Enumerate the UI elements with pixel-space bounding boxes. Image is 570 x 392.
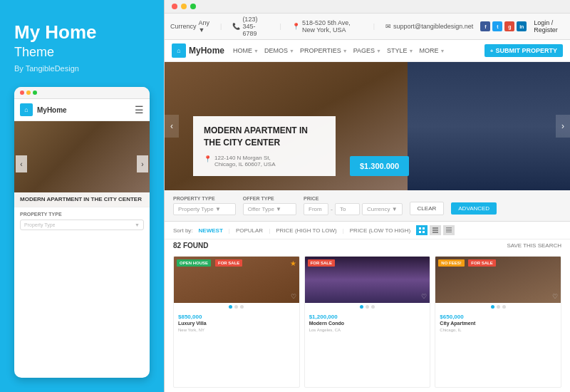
theme-subtitle: Theme	[14, 45, 150, 60]
hero-price-button[interactable]: $1.300.000	[350, 156, 409, 176]
results-count-row: 82 FOUND SAVE THIS SEARCH	[165, 239, 570, 252]
price-to-input[interactable]: To	[335, 203, 360, 215]
property-card-3: NO FEES! FOR SALE ♡ $650,000 City Apartm…	[435, 256, 561, 388]
compact-view-button[interactable]	[443, 225, 455, 235]
mobile-next-button[interactable]: ›	[137, 155, 148, 172]
hero-address-line1: 122-140 N Morgan St,	[214, 155, 276, 161]
nav-logo-text: MyHome	[189, 46, 224, 56]
svg-rect-4	[432, 227, 438, 229]
nav-demos[interactable]: DEMOS ▼	[264, 47, 294, 54]
svg-rect-5	[432, 229, 438, 231]
card-2-body: $1,200,000 Modern Condo Los Angeles, CA	[305, 311, 430, 387]
sort-newest[interactable]: NEWEST	[199, 227, 223, 234]
googleplus-icon[interactable]: g	[504, 21, 514, 31]
email-info: ✉ support@tangibledesign.net	[385, 23, 473, 30]
mobile-nav: ⌂ MyHome ☰	[14, 99, 150, 121]
currency-select[interactable]: Currency ▼	[362, 203, 403, 215]
clear-button[interactable]: CLEAR	[410, 202, 445, 215]
mobile-dots	[20, 91, 37, 95]
search-bar: PROPERTY TYPE Property Type ▼ OFFER TYPE…	[165, 190, 570, 222]
mobile-hamburger-icon[interactable]: ☰	[135, 104, 144, 115]
mobile-logo-icon: ⌂	[24, 106, 28, 113]
email-text: support@tangibledesign.net	[393, 23, 473, 30]
login-button[interactable]: Login / Register	[534, 19, 564, 33]
nav-logo[interactable]: ⌂ MyHome	[172, 43, 224, 58]
theme-title: My Home	[14, 21, 150, 43]
view-icons	[416, 225, 455, 235]
sort-popular[interactable]: POPULAR	[236, 227, 263, 234]
submit-property-button[interactable]: + SUBMIT PROPERTY	[484, 44, 563, 57]
price-from-input[interactable]: From	[304, 203, 328, 215]
theme-author: By TangibleDesign	[14, 64, 150, 73]
svg-rect-1	[423, 227, 425, 229]
desktop-window: Currency Any ▼ | 📞 (123) 345-6789 | 📍 51…	[164, 0, 570, 392]
hero-prev-button[interactable]: ‹	[165, 115, 179, 138]
favorite-star-1[interactable]: ★	[290, 259, 296, 267]
card-3-address: Chicago, IL	[440, 328, 556, 332]
svg-rect-0	[419, 227, 421, 229]
nav-properties[interactable]: PROPERTIES ▼	[300, 47, 348, 54]
sort-price-high[interactable]: PRICE (HIGH TO LOW)	[276, 227, 337, 234]
property-type-group: PROPERTY TYPE Property Type ▼	[173, 196, 236, 215]
social-icons: f t g in	[480, 21, 527, 31]
twitter-icon[interactable]: t	[492, 21, 502, 31]
card-1-address: New York, NY	[178, 328, 295, 332]
linkedin-icon[interactable]: in	[517, 21, 527, 31]
demos-chevron: ▼	[289, 48, 294, 53]
mobile-prop-select[interactable]: Property Type ▼	[20, 220, 144, 230]
offer-type-select[interactable]: Offer Type ▼	[243, 203, 296, 215]
mobile-dot-green	[33, 91, 37, 95]
mobile-caption: MODERN APARTMENT IN THE CITY CENTER	[14, 192, 150, 207]
right-panel: Currency Any ▼ | 📞 (123) 345-6789 | 📍 51…	[164, 0, 570, 392]
grid-view-button[interactable]	[416, 225, 428, 235]
title-dot-yellow	[181, 4, 187, 9]
sort-price-low[interactable]: PRICE (LOW TO HIGH)	[350, 227, 411, 234]
nav-more[interactable]: MORE ▼	[419, 47, 445, 54]
nav-logo-icon: ⌂	[172, 43, 186, 58]
property-image-3: NO FEES! FOR SALE ♡	[435, 257, 561, 303]
sort-label: Sort by:	[173, 227, 193, 234]
hero-next-button[interactable]: ›	[556, 115, 570, 138]
mobile-caption-title: MODERN APARTMENT IN THE CITY CENTER	[20, 196, 144, 203]
property-type-select[interactable]: Property Type ▼	[173, 203, 236, 215]
wishlist-heart-1[interactable]: ♡	[291, 293, 296, 300]
card-3-body: $650,000 City Apartment Chicago, IL	[435, 311, 561, 387]
wishlist-heart-2[interactable]: ♡	[421, 293, 427, 300]
nav-bar: ⌂ MyHome HOME ▼ DEMOS ▼ PROPERTIES ▼ PAG…	[165, 40, 570, 62]
currency-selector[interactable]: Currency Any ▼	[170, 19, 209, 33]
mobile-prop-placeholder: Property Type	[24, 222, 55, 227]
nav-style[interactable]: STYLE ▼	[387, 47, 413, 54]
hero-content: MODERN APARTMENT IN THE CITY CENTER 📍 12…	[193, 116, 336, 176]
svg-rect-3	[423, 231, 425, 233]
mobile-prev-button[interactable]: ‹	[16, 155, 27, 172]
price-separator: -	[331, 206, 333, 213]
property-type-label: PROPERTY TYPE	[173, 196, 236, 201]
nav-pages[interactable]: PAGES ▼	[353, 47, 381, 54]
more-chevron: ▼	[440, 48, 445, 53]
hero-bg-right	[408, 62, 570, 190]
property-image-2: FOR SALE ♡	[305, 257, 430, 303]
wishlist-heart-3[interactable]: ♡	[552, 293, 558, 300]
card-1-title: Luxury Villa	[178, 320, 295, 326]
submit-icon: +	[490, 48, 494, 54]
nav-home[interactable]: HOME ▼	[233, 47, 259, 54]
phone-info: 📞 (123) 345-6789	[232, 16, 269, 37]
advanced-button[interactable]: ADVANCED	[451, 202, 497, 215]
hero-address-line2: Chicago, IL 60607, USA	[214, 161, 276, 167]
save-search-button[interactable]: SAVE THIS SEARCH	[507, 242, 561, 249]
list-view-button[interactable]	[430, 225, 441, 235]
hero-location-icon: 📍	[204, 155, 212, 163]
title-dot-green	[190, 4, 196, 9]
for-sale-badge-2: FOR SALE	[308, 259, 335, 267]
address-info: 📍 518-520 5th Ave, New York, USA	[292, 19, 363, 33]
offer-type-group: OFFER TYPE Offer Type ▼	[243, 196, 296, 215]
price-row: From - To Currency ▼	[304, 203, 403, 215]
phone-icon: 📞	[232, 23, 240, 30]
location-icon: 📍	[292, 23, 300, 30]
price-label: PRICE	[304, 196, 403, 201]
facebook-icon[interactable]: f	[480, 21, 490, 31]
mobile-hero-image: ‹ › MODERN APARTMENT IN THE CITY CENTER	[14, 121, 150, 207]
price-group: PRICE From - To Currency ▼	[304, 196, 403, 215]
card-3-title: City Apartment	[440, 320, 556, 326]
left-panel: My Home Theme By TangibleDesign ⌂ MyHome…	[0, 0, 164, 392]
